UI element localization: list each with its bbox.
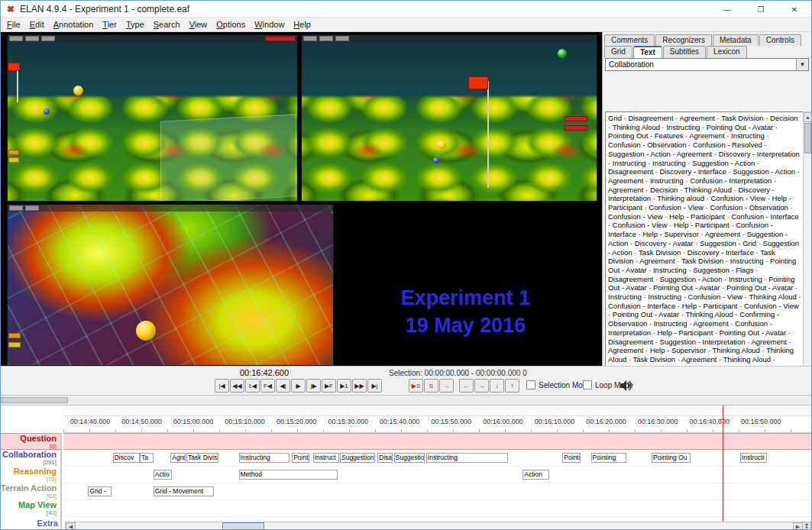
annotation-segment[interactable]: Disa: [377, 453, 393, 463]
close-button[interactable]: ✕: [778, 1, 811, 18]
menu-window[interactable]: Window: [250, 18, 289, 31]
maximize-button[interactable]: ❐: [744, 1, 778, 18]
tab-subtitles[interactable]: Subtitles: [663, 46, 706, 58]
selection-mode-checkbox[interactable]: [526, 380, 535, 389]
video3-side-chip[interactable]: [8, 342, 21, 347]
video2-red-button[interactable]: [565, 116, 587, 121]
menu-search[interactable]: Search: [149, 18, 185, 31]
playhead[interactable]: [723, 406, 723, 522]
minimize-button[interactable]: —: [710, 1, 744, 18]
volume-icon[interactable]: [620, 380, 633, 392]
annotation-down-button[interactable]: ↓: [490, 379, 504, 393]
scroll-left-icon[interactable]: ◀: [66, 522, 76, 530]
video3-control-chip[interactable]: [9, 205, 23, 211]
annotation-segment[interactable]: Instruct: [313, 453, 339, 463]
next-scrollview-button[interactable]: ▶▶: [352, 379, 367, 393]
menu-file[interactable]: File: [2, 18, 25, 31]
tab-controls[interactable]: Controls: [759, 34, 801, 46]
video2-red-button[interactable]: [565, 125, 587, 131]
go-to-begin-button[interactable]: |◀: [215, 379, 229, 393]
play-pause-button[interactable]: ▶: [291, 379, 306, 393]
tab-text[interactable]: Text: [633, 46, 662, 58]
text-viewer-scrollbar[interactable]: ▲ ▼: [803, 111, 812, 405]
annotation-segment[interactable]: Pointing: [591, 453, 626, 463]
tier-select-dropdown[interactable]: Collaboration ▼: [605, 58, 809, 71]
second-left-button[interactable]: 1◀: [245, 379, 260, 393]
annotation-segment[interactable]: Task Divisi: [186, 453, 218, 463]
video1-side-chip[interactable]: [8, 157, 19, 163]
video3-control-chip[interactable]: [25, 205, 39, 211]
timeline-horizontal-scrollbar[interactable]: ◀ ▶: [65, 522, 804, 530]
annotation-segment[interactable]: Pointi: [562, 453, 581, 463]
video-player-1[interactable]: [7, 34, 298, 202]
video2-control-chip[interactable]: [303, 36, 317, 41]
pixel-left-button[interactable]: ◀|: [276, 379, 290, 393]
tier-label-question[interactable]: Question[6]: [1, 433, 60, 450]
annotation-segment[interactable]: Instructing: [239, 453, 290, 463]
menu-annotation[interactable]: Annotation: [49, 18, 99, 31]
text-viewer[interactable]: Grid · Disagreement · Agreement · Task D…: [605, 111, 804, 405]
pane-splitter[interactable]: [1, 395, 811, 406]
tier-label-reasoning[interactable]: Reasoning[75]: [1, 467, 60, 483]
annotation-segment[interactable]: Actio: [154, 470, 173, 480]
timeline-ruler[interactable]: 00:14:40.00000:14:50.00000:15:00.00000:1…: [63, 416, 812, 433]
annotation-segment[interactable]: Action: [522, 470, 548, 480]
video1-control-chip[interactable]: [41, 36, 55, 41]
menu-view[interactable]: View: [185, 18, 212, 31]
tier-label-terrain-action[interactable]: Terrain Action[63]: [1, 483, 60, 500]
annotation-segment[interactable]: Method: [239, 470, 338, 480]
video1-control-chip[interactable]: [25, 36, 39, 41]
annotation-segment[interactable]: Grid - Movement: [154, 486, 214, 496]
timeline-scrollbar-thumb[interactable]: [222, 522, 264, 530]
frame-backward-button[interactable]: F◀: [260, 379, 275, 393]
clear-selection-button[interactable]: S: [424, 379, 438, 393]
scrollbar-thumb[interactable]: [804, 123, 811, 154]
menu-help[interactable]: Help: [289, 18, 315, 31]
tier-label-map-view[interactable]: Map View[42]: [1, 500, 60, 517]
video3-side-chip[interactable]: [8, 333, 21, 338]
tier-label-extra-comments[interactable]: Extra Comments: [1, 519, 62, 530]
annotation-segment[interactable]: Discov: [113, 453, 140, 463]
annotation-segment[interactable]: Pointing Ou: [652, 453, 691, 463]
menu-type[interactable]: Type: [121, 18, 149, 31]
video1-control-chip[interactable]: [9, 36, 23, 41]
tab-lexicon[interactable]: Lexicon: [707, 46, 746, 58]
splitter-handle[interactable]: [1, 397, 68, 403]
menu-edit[interactable]: Edit: [25, 18, 49, 31]
video2-control-chip[interactable]: [319, 36, 333, 41]
timeline-corner-buttons[interactable]: ▲▼: [802, 522, 811, 530]
annotation-segment[interactable]: Instructing: [426, 453, 508, 463]
pixel-right-button[interactable]: |▶: [306, 379, 321, 393]
second-right-button[interactable]: ▶1: [337, 379, 351, 393]
previous-scrollview-button[interactable]: ◀◀: [230, 379, 244, 393]
tab-metadata[interactable]: Metadata: [713, 34, 759, 46]
loop-mode-checkbox[interactable]: [583, 380, 592, 389]
tab-grid[interactable]: Grid: [604, 46, 632, 58]
menu-tier[interactable]: Tier: [98, 18, 121, 31]
play-selection-button[interactable]: ▶S: [409, 379, 423, 393]
video2-control-chip[interactable]: [335, 36, 349, 41]
video-player-2[interactable]: [301, 34, 597, 202]
toggle-selection-direction-button[interactable]: →: [439, 379, 454, 393]
annotation-segment[interactable]: Ta: [140, 453, 154, 463]
video-player-3[interactable]: [7, 204, 334, 366]
selection-mode-toggle[interactable]: Selection Mode: [526, 380, 591, 389]
scroll-up-icon[interactable]: ▲: [804, 112, 812, 122]
annotation-segment[interactable]: Instructi: [740, 453, 767, 463]
menu-options[interactable]: Options: [212, 18, 250, 31]
tab-recognizers[interactable]: Recognizers: [655, 34, 712, 46]
annotation-segment[interactable]: Agre: [170, 453, 186, 463]
timeline-content[interactable]: 00:14:40.00000:14:50.00000:15:00.00000:1…: [63, 406, 812, 530]
annotation-segment[interactable]: Suggestion: [340, 453, 375, 463]
video1-side-chip[interactable]: [8, 150, 19, 155]
next-annotation-button[interactable]: →: [474, 379, 489, 393]
annotation-segment[interactable]: Pointi: [292, 453, 309, 463]
go-to-end-button[interactable]: ▶|: [367, 379, 382, 393]
annotation-segment[interactable]: Grid -: [88, 486, 111, 496]
previous-annotation-button[interactable]: ←: [459, 379, 474, 393]
tier-label-collaboration[interactable]: Collaboration[291]: [1, 450, 60, 467]
annotation-up-button[interactable]: ↑: [505, 379, 519, 393]
chevron-down-icon[interactable]: ▼: [796, 59, 808, 70]
annotation-segment[interactable]: Suggestio: [394, 453, 425, 463]
frame-forward-button[interactable]: ▶F: [322, 379, 336, 393]
